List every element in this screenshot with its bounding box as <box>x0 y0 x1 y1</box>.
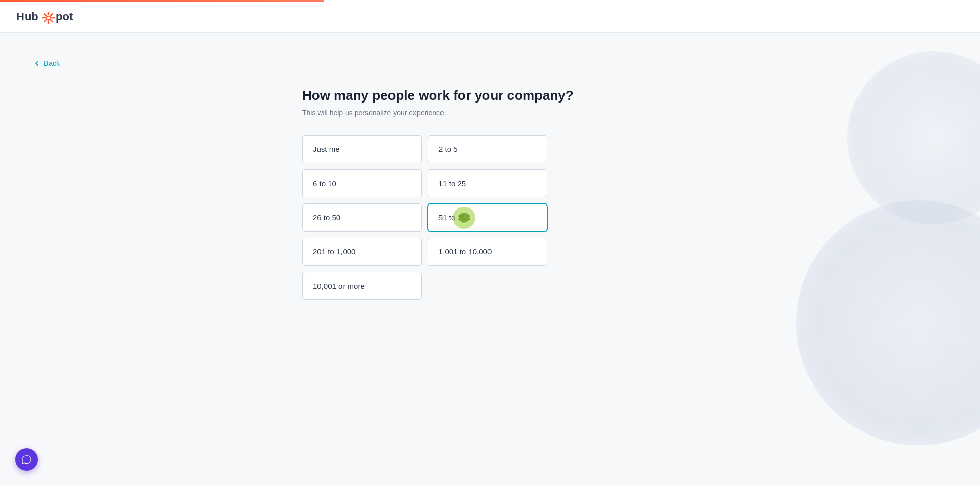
option-6-to-10[interactable]: 6 to 10 <box>302 169 422 197</box>
back-button[interactable]: Back <box>33 59 60 67</box>
option-label-1001-to-10000: 1,001 to 10,000 <box>438 247 492 256</box>
progress-bar <box>0 0 324 2</box>
question-subtitle: This will help us personalize your exper… <box>302 109 678 117</box>
option-2-to-5[interactable]: 2 to 5 <box>428 135 547 163</box>
option-label-just-me: Just me <box>313 145 340 154</box>
header: Hub pot <box>0 0 980 33</box>
option-label-6-to-10: 6 to 10 <box>313 179 336 188</box>
bg-decoration-top <box>847 51 980 224</box>
option-1001-to-10000[interactable]: 1,001 to 10,000 <box>428 238 547 266</box>
option-label-11-to-25: 11 to 25 <box>438 179 466 188</box>
chevron-left-icon <box>33 59 41 67</box>
options-grid: Just me2 to 56 to 1011 to 2526 to 5051 t… <box>302 135 547 300</box>
question-title: How many people work for your company? <box>302 88 678 104</box>
svg-line-10 <box>44 19 47 22</box>
svg-text:pot: pot <box>56 10 74 23</box>
chat-icon <box>21 454 32 465</box>
main-content: How many people work for your company? T… <box>286 67 694 330</box>
svg-line-7 <box>44 14 47 16</box>
option-11-to-25[interactable]: 11 to 25 <box>428 169 547 197</box>
svg-line-9 <box>51 14 53 16</box>
option-label-2-to-5: 2 to 5 <box>438 145 458 154</box>
option-label-201-to-1000: 201 to 1,000 <box>313 247 355 256</box>
option-label-26-to-50: 26 to 50 <box>313 213 340 222</box>
hubspot-logo-svg: Hub pot <box>16 7 83 25</box>
option-label-10001-or-more: 10,001 or more <box>313 282 365 290</box>
bg-decoration-bottom <box>796 200 980 445</box>
option-10001-or-more[interactable]: 10,001 or more <box>302 272 422 300</box>
svg-text:Hub: Hub <box>16 10 38 23</box>
svg-point-2 <box>47 16 50 18</box>
option-label-51-to-200: 51 to 200 <box>438 213 471 222</box>
option-just-me[interactable]: Just me <box>302 135 422 163</box>
option-51-to-200[interactable]: 51 to 200 <box>428 203 547 232</box>
hubspot-logo: Hub pot <box>16 7 83 25</box>
back-section: Back <box>0 33 980 67</box>
option-26-to-50[interactable]: 26 to 50 <box>302 203 422 232</box>
chat-fab-button[interactable] <box>15 448 38 471</box>
option-201-to-1000[interactable]: 201 to 1,000 <box>302 238 422 266</box>
svg-line-8 <box>51 19 53 22</box>
back-label: Back <box>44 59 60 67</box>
